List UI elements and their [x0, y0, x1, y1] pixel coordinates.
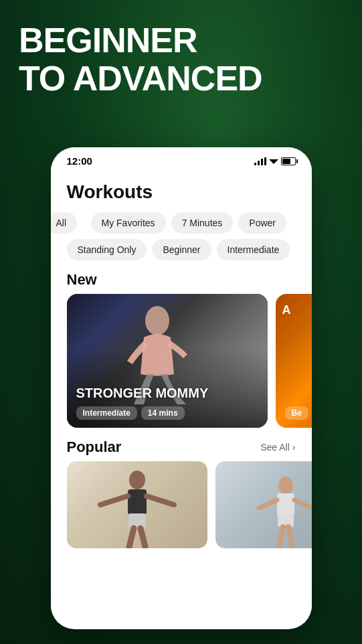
tag-intermediate: Intermediate — [76, 406, 137, 420]
popular-card-1[interactable] — [67, 461, 207, 548]
hero-title-line1: BEGINNER — [19, 21, 262, 60]
card-title-secondary: A — [282, 303, 291, 317]
popular-header: Popular See All › — [51, 428, 312, 461]
svg-line-8 — [141, 528, 145, 547]
battery-icon — [281, 157, 296, 165]
wifi-icon — [269, 157, 278, 165]
page-title: Workouts — [67, 181, 296, 203]
svg-marker-0 — [269, 159, 278, 164]
svg-line-11 — [259, 500, 277, 508]
svg-line-5 — [147, 496, 174, 505]
svg-rect-3 — [128, 489, 147, 515]
hero-section: BEGINNER TO ADVANCED — [19, 21, 262, 98]
filter-chip-7min[interactable]: 7 Minutes — [171, 212, 234, 234]
filter-chip-intermediate[interactable]: Intermediate — [217, 239, 290, 260]
status-icons — [254, 157, 296, 165]
svg-rect-6 — [128, 513, 146, 528]
filter-section-1: All My Favorites 7 Minutes Power — [51, 210, 312, 236]
app-header: Workouts — [51, 171, 312, 210]
svg-rect-13 — [278, 515, 294, 527]
filter-section-2: Standing Only Beginner Intermediate — [51, 236, 312, 263]
svg-line-7 — [129, 528, 134, 547]
hero-title-line2: TO ADVANCED — [19, 60, 262, 98]
filter-chip-standing[interactable]: Standing Only — [67, 239, 147, 260]
filter-chip-beginner[interactable]: Beginner — [152, 239, 211, 260]
card-tags-secondary: Be — [285, 406, 308, 420]
signal-icon — [254, 157, 266, 165]
person-figure-2 — [252, 475, 312, 548]
card-title-stronger-mommy: STRONGER MOMMY — [76, 385, 258, 401]
status-time: 12:00 — [67, 155, 92, 167]
svg-rect-10 — [277, 493, 294, 516]
svg-point-1 — [145, 306, 169, 335]
man-figure — [97, 468, 177, 548]
new-cards-row: STRONGER MOMMY Intermediate 14 mins A Be — [51, 294, 312, 428]
popular-cards-row — [51, 461, 312, 548]
filter-chip-all[interactable]: All — [51, 212, 78, 234]
popular-card-2[interactable] — [215, 461, 312, 548]
filter-chip-power[interactable]: Power — [238, 212, 286, 234]
popular-section-label: Popular — [67, 438, 122, 456]
phone-mockup: 12:00 Workouts — [51, 147, 312, 629]
status-bar: 12:00 — [51, 147, 312, 171]
app-content: Workouts All My Favorites 7 Minutes Powe… — [51, 171, 312, 623]
svg-point-9 — [278, 477, 293, 494]
card-tags-stronger-mommy: Intermediate 14 mins — [76, 406, 185, 420]
tag-14mins: 14 mins — [141, 406, 185, 420]
filter-chip-favorites[interactable]: My Favorites — [91, 212, 166, 234]
svg-line-15 — [288, 527, 292, 547]
svg-point-2 — [129, 471, 145, 489]
svg-line-4 — [100, 496, 128, 505]
svg-line-12 — [294, 500, 312, 508]
card-stronger-mommy[interactable]: STRONGER MOMMY Intermediate 14 mins — [67, 294, 268, 428]
card-secondary[interactable]: A Be — [276, 294, 312, 428]
see-all-button[interactable]: See All › — [260, 442, 295, 453]
new-section-label: New — [51, 263, 312, 294]
chevron-right-icon: › — [292, 442, 296, 453]
svg-line-14 — [279, 527, 283, 547]
tag-be: Be — [285, 406, 308, 420]
